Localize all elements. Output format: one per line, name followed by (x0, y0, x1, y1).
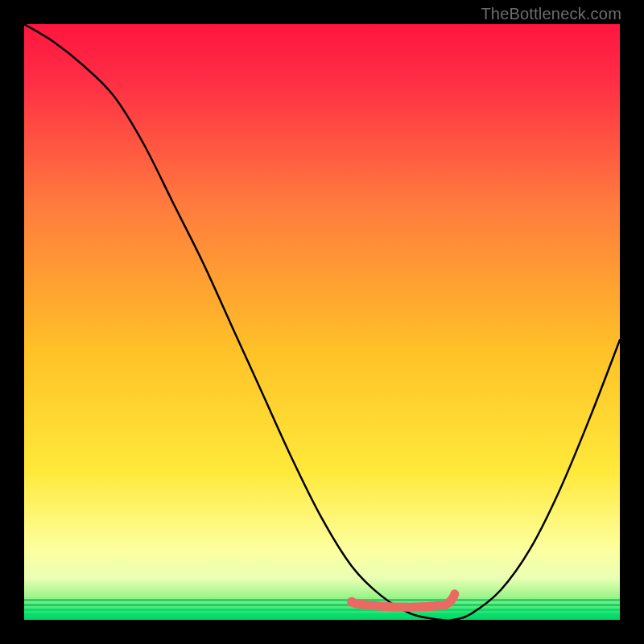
green-stripe-4 (24, 613, 620, 617)
plot-area (24, 24, 620, 620)
gradient-bg (24, 24, 620, 620)
watermark-text: TheBottleneck.com (481, 5, 621, 23)
green-stripe-2 (24, 604, 620, 606)
green-stripe-3 (24, 609, 620, 611)
green-stripe-1 (24, 599, 620, 601)
plot-svg (24, 24, 620, 620)
chart-frame: TheBottleneck.com (0, 0, 644, 644)
